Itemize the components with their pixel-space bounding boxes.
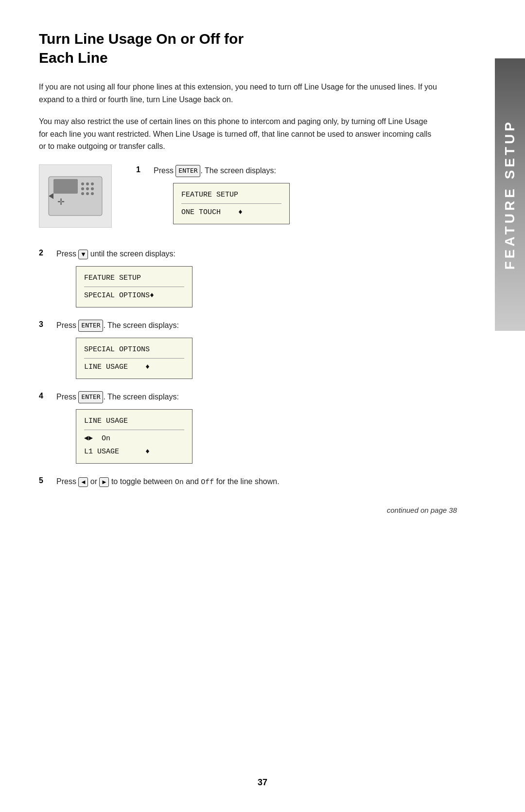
enter-key-3: ENTER [78,320,103,332]
lcd-3-divider [84,358,184,359]
svg-point-3 [86,182,89,185]
lcd-2-line1: FEATURE SETUP [84,271,184,285]
step-1-row: ✛ 1 Press ENTER. The screen displays: [39,164,486,236]
step-5-content: Press ◄ or ► to toggle between On and Of… [56,475,486,494]
phone-image: ✛ [39,164,112,228]
page-container: FEATURE SETUP Turn Line Usage On or Off … [0,0,525,812]
lcd-2-line2: SPECIAL OPTIONS♦ [84,289,184,302]
svg-point-4 [91,182,94,185]
svg-rect-1 [53,179,78,194]
lcd-3-line1: SPECIAL OPTIONS [84,343,184,356]
off-value: Off [201,478,214,487]
continued-text: continued on page 38 [39,506,457,514]
step-4-content: Press ENTER. The screen displays: LINE U… [56,391,486,464]
lcd-screen-2: FEATURE SETUP SPECIAL OPTIONS♦ [76,266,192,307]
step-1-inner: 1 Press ENTER. The screen displays: FEAT… [136,164,486,224]
step-1-detail: Press ENTER. The screen displays: FEATUR… [154,164,486,224]
step-3-row: 3 Press ENTER. The screen displays: SPEC… [39,319,486,379]
step-3-text: Press ENTER. The screen displays: [56,319,486,332]
svg-point-5 [81,187,84,190]
step-5-number: 5 [39,476,56,485]
step-2-row: 2 Press ▼ until the screen displays: FEA… [39,248,486,307]
step-3-content: Press ENTER. The screen displays: SPECIA… [56,319,486,379]
svg-text:✛: ✛ [57,197,65,207]
lcd-2-divider [84,287,184,287]
main-content: Turn Line Usage On or Off for Each Line … [39,29,486,783]
svg-point-6 [86,187,89,190]
lcd-1-divider [181,203,281,204]
lcd-screen-1: FEATURE SETUP ONE TOUCH ♦ [173,183,290,224]
lcd-4-divider [84,430,184,430]
step-4-text: Press ENTER. The screen displays: [56,391,486,403]
sidebar-tab: FEATURE SETUP [495,58,525,331]
step-4-row: 4 Press ENTER. The screen displays: LINE… [39,391,486,464]
left-arrow-btn: ◄ [78,477,88,487]
right-arrow-btn: ► [99,477,109,487]
lcd-1-line1: FEATURE SETUP [181,188,281,201]
svg-point-8 [81,192,84,195]
step-4-number: 4 [39,392,56,400]
step-2-text: Press ▼ until the screen displays: [56,248,486,260]
svg-point-7 [91,187,94,190]
step-5-text: Press ◄ or ► to toggle between On and Of… [56,475,486,488]
body-paragraph-2: You may also restrict the use of certain… [39,115,438,153]
svg-point-9 [86,192,89,195]
body-paragraph-1: If you are not using all four phone line… [39,81,438,106]
step-3-number: 3 [39,320,56,329]
step-1-content: 1 Press ENTER. The screen displays: FEAT… [136,164,486,236]
lcd-screen-4: LINE USAGE ◄► On L1 USAGE ♦ [76,409,192,464]
page-title: Turn Line Usage On or Off for Each Line [39,29,486,67]
down-arrow-btn: ▼ [78,250,88,259]
sidebar-tab-label: FEATURE SETUP [502,119,518,270]
step-1-number: 1 [136,165,154,174]
page-number: 37 [258,777,267,788]
svg-point-2 [81,182,84,185]
step-1-text: Press ENTER. The screen displays: [154,164,486,177]
step-2-number: 2 [39,249,56,257]
svg-point-10 [91,192,94,195]
lcd-4-line1: LINE USAGE [84,415,184,428]
lcd-screen-3: SPECIAL OPTIONS LINE USAGE ♦ [76,338,192,379]
phone-image-col: ✛ [39,164,126,228]
lcd-4-line2: ◄► On [84,432,184,445]
on-value: On [175,478,184,487]
steps-section: ✛ 1 Press ENTER. The screen displays: [39,164,486,494]
enter-key-4: ENTER [78,391,103,403]
lcd-1-line2: ONE TOUCH ♦ [181,206,281,219]
step-2-content: Press ▼ until the screen displays: FEATU… [56,248,486,307]
step-5-row: 5 Press ◄ or ► to toggle between On and … [39,475,486,494]
lcd-3-line2: LINE USAGE ♦ [84,361,184,374]
lcd-4-line3: L1 USAGE ♦ [84,445,184,458]
phone-svg: ✛ [46,172,105,220]
enter-key-1: ENTER [175,165,200,177]
